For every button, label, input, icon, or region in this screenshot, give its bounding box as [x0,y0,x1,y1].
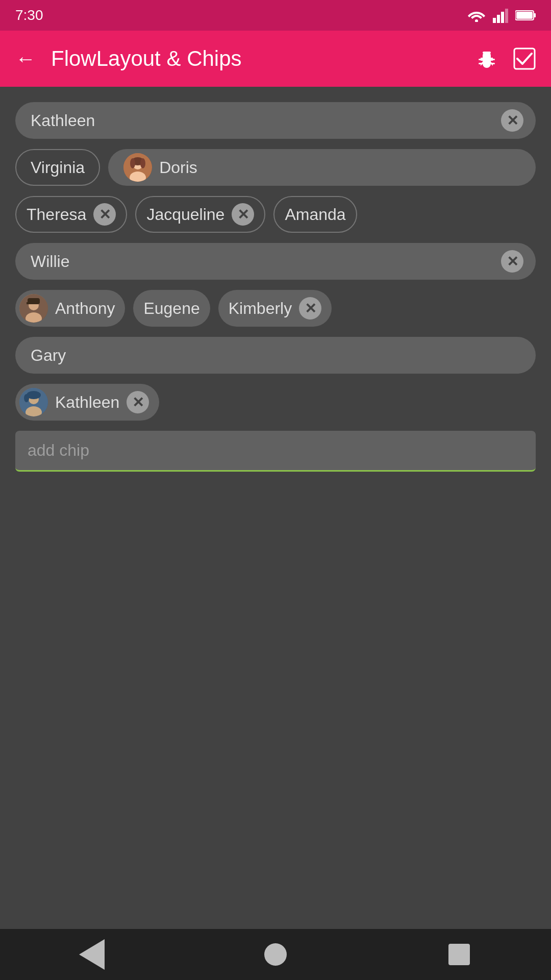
recent-square-icon [448,944,470,965]
chip-label: Jacqueline [146,205,224,224]
home-circle-icon [264,943,287,966]
battery-icon [515,10,536,21]
chip-label: Kimberly [229,299,292,318]
chip-label: Amanda [285,205,345,224]
bug-icon[interactable] [475,47,498,70]
svg-rect-6 [534,13,536,17]
chip-theresa[interactable]: Theresa ✕ [15,196,127,233]
svg-point-18 [130,158,135,168]
avatar-doris [123,153,152,182]
bottom-nav [0,929,551,980]
svg-rect-3 [501,12,504,23]
chip-close-willie[interactable]: ✕ [501,250,523,273]
nav-back-button[interactable] [71,934,112,975]
chip-anthony[interactable]: Anthony [15,290,125,327]
avatar-kathleen2 [19,388,48,416]
chip-row-5: Anthony Eugene Kimberly ✕ [15,290,536,327]
svg-rect-12 [491,63,495,64]
avatar-anthony [19,294,48,323]
chip-gary[interactable]: Gary [15,337,536,374]
chip-row-2: Virginia Doris [15,149,536,186]
chip-virginia[interactable]: Virginia [15,149,100,186]
back-triangle-icon [79,939,105,970]
chip-row-7: Kathleen ✕ [15,384,536,421]
status-bar: 7:30 [0,0,551,31]
chip-row-3: Theresa ✕ Jacqueline ✕ Amanda [15,196,536,233]
chip-row-1: Kathleen ✕ [15,102,536,139]
add-chip-input[interactable] [28,441,523,460]
chip-close-jacqueline[interactable]: ✕ [232,203,254,226]
svg-point-19 [140,158,145,168]
svg-rect-7 [516,12,533,19]
signal-icon [493,8,508,23]
chip-close-kathleen2[interactable]: ✕ [127,391,149,413]
svg-rect-1 [493,18,496,23]
chip-label: Eugene [143,299,199,318]
chip-amanda[interactable]: Amanda [273,196,357,233]
chip-label: Theresa [27,205,86,224]
svg-point-0 [475,19,478,22]
chip-close-theresa[interactable]: ✕ [93,203,116,226]
chip-row-4: Willie ✕ [15,243,536,280]
chip-label: Doris [159,158,197,177]
chip-kimberly[interactable]: Kimberly ✕ [218,290,332,327]
chip-eugene[interactable]: Eugene [133,290,210,327]
app-bar-actions [475,47,536,70]
status-icons [467,8,536,23]
chip-kathleen-2[interactable]: Kathleen ✕ [15,384,159,421]
nav-recent-button[interactable] [439,934,480,975]
check-icon[interactable] [513,47,536,70]
wifi-icon [467,9,486,22]
app-bar: ← FlowLayout & Chips [0,31,551,87]
svg-rect-9 [479,59,483,60]
svg-rect-10 [491,59,495,60]
add-chip-input-wrap [15,431,536,472]
svg-rect-11 [479,63,483,64]
chip-label: Anthony [55,299,115,318]
content: Kathleen ✕ Virginia Doris [0,87,551,929]
svg-rect-4 [505,9,508,23]
chip-close-kimberly[interactable]: ✕ [299,297,321,320]
svg-rect-24 [27,302,30,304]
nav-home-button[interactable] [255,934,296,975]
chip-label: Kathleen [31,111,95,130]
chip-close-kathleen[interactable]: ✕ [501,109,523,132]
chip-label: Willie [31,252,69,271]
app-title: FlowLayout & Chips [51,46,475,71]
chip-label: Gary [31,346,66,365]
svg-point-29 [24,394,29,402]
chip-kathleen[interactable]: Kathleen ✕ [15,102,536,139]
chip-doris[interactable]: Doris [108,149,536,186]
back-button[interactable]: ← [15,47,36,70]
chip-willie[interactable]: Willie ✕ [15,243,536,280]
status-time: 7:30 [15,7,43,23]
chip-label: Kathleen [55,393,119,412]
chip-jacqueline[interactable]: Jacqueline ✕ [135,196,265,233]
add-chip-row [15,431,536,472]
chip-label: Virginia [31,158,85,177]
svg-rect-2 [497,15,500,23]
chip-row-6: Gary [15,337,536,374]
